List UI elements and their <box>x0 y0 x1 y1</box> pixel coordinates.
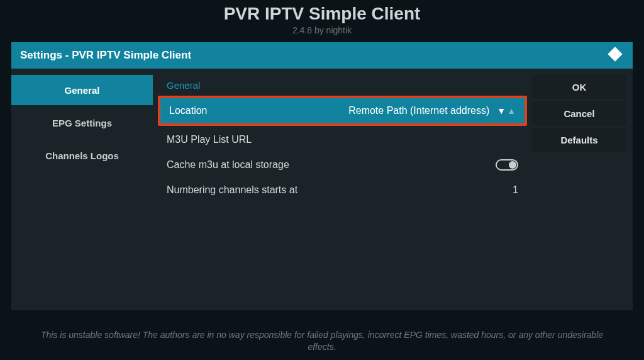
page-title: PVR IPTV Simple Client <box>0 4 644 24</box>
cancel-button[interactable]: Cancel <box>532 101 626 125</box>
setting-m3u-url[interactable]: M3U Play List URL <box>158 127 527 152</box>
kodi-logo-icon <box>606 45 624 65</box>
sidebar-item-epg-settings[interactable]: EPG Settings <box>11 108 153 138</box>
page-header: PVR IPTV Simple Client 2.4.8 by nightik <box>0 0 644 35</box>
section-header-general: General <box>158 75 527 97</box>
setting-value: Remote Path (Internet address) ▼ ▲ <box>348 105 516 116</box>
setting-cache-m3u[interactable]: Cache m3u at local storage <box>158 152 527 177</box>
dialog-title: Settings - PVR IPTV Simple Client <box>20 49 191 62</box>
setting-numbering-start[interactable]: Numbering channels starts at 1 <box>158 177 527 203</box>
dialog-actions: OK Cancel Defaults <box>532 75 633 310</box>
setting-label: M3U Play List URL <box>167 134 252 145</box>
ok-button[interactable]: OK <box>532 75 626 99</box>
sidebar-item-label: General <box>65 85 100 96</box>
sidebar-item-general[interactable]: General <box>11 75 153 105</box>
settings-sidebar: General EPG Settings Channels Logos <box>11 75 153 310</box>
chevron-down-icon[interactable]: ▼ <box>497 106 506 115</box>
disclaimer-text: This is unstable software! The authors a… <box>0 329 644 354</box>
chevron-up-icon[interactable]: ▲ <box>507 106 516 115</box>
setting-label: Numbering channels starts at <box>167 184 297 196</box>
settings-main: General Location Remote Path (Internet a… <box>153 75 532 310</box>
setting-value-text: 1 <box>513 184 518 196</box>
setting-value-text: Remote Path (Internet address) <box>348 105 489 116</box>
button-label: Defaults <box>560 135 597 145</box>
settings-dialog: Settings - PVR IPTV Simple Client Genera… <box>11 42 633 310</box>
toggle-switch-icon[interactable] <box>496 159 518 171</box>
setting-location[interactable]: Location Remote Path (Internet address) … <box>158 96 527 126</box>
setting-label: Cache m3u at local storage <box>167 159 289 171</box>
button-label: OK <box>572 82 587 93</box>
setting-label: Location <box>169 105 208 116</box>
defaults-button[interactable]: Defaults <box>532 128 626 152</box>
sidebar-item-label: Channels Logos <box>45 150 119 161</box>
dialog-body: General EPG Settings Channels Logos Gene… <box>11 69 633 310</box>
page-subtitle: 2.4.8 by nightik <box>0 25 644 35</box>
sidebar-item-label: EPG Settings <box>52 118 112 128</box>
sidebar-item-channels-logos[interactable]: Channels Logos <box>11 140 153 171</box>
setting-value <box>496 159 518 171</box>
button-label: Cancel <box>564 108 594 119</box>
dialog-header: Settings - PVR IPTV Simple Client <box>11 42 633 69</box>
spinner-arrows[interactable]: ▼ ▲ <box>497 106 516 115</box>
